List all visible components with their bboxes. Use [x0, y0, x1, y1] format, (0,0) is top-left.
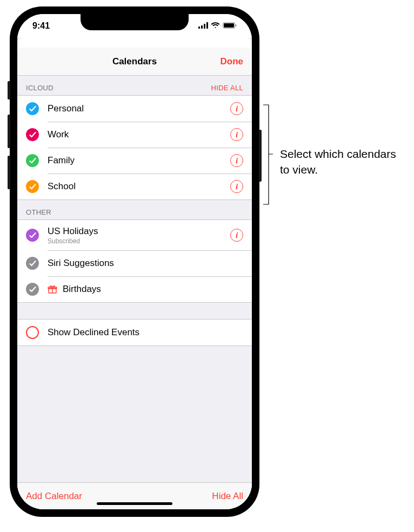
- callout-text: Select which calendars to view.: [280, 146, 404, 178]
- calendar-label: Family: [48, 155, 230, 166]
- calendar-row-personal[interactable]: Personal i: [17, 96, 252, 122]
- checkmark-icon: [26, 180, 39, 193]
- unchecked-circle-icon: [26, 326, 39, 339]
- section-title-icloud: ICLOUD: [26, 84, 54, 92]
- power-button: [259, 130, 262, 182]
- add-calendar-button[interactable]: Add Calendar: [26, 491, 82, 502]
- checkmark-icon: [26, 283, 39, 296]
- show-declined-row[interactable]: Show Declined Events: [17, 320, 252, 345]
- nav-header: Calendars Done: [17, 48, 252, 76]
- svg-rect-1: [201, 25, 203, 29]
- info-button[interactable]: i: [230, 229, 243, 242]
- scroll-area[interactable]: ICLOUD HIDE ALL Personal i: [17, 76, 252, 482]
- checkmark-icon: [26, 154, 39, 167]
- info-button[interactable]: i: [230, 102, 243, 115]
- declined-list: Show Declined Events: [17, 319, 252, 346]
- calendar-label: Birthdays: [63, 284, 243, 295]
- svg-rect-3: [206, 22, 208, 29]
- section-header-other: OTHER: [17, 200, 252, 220]
- calendar-row-holidays[interactable]: US Holidays Subscribed i: [17, 220, 252, 250]
- info-button[interactable]: i: [230, 180, 243, 193]
- section-header-icloud: ICLOUD HIDE ALL: [17, 76, 252, 95]
- calendar-row-birthdays[interactable]: Birthdays: [17, 276, 252, 302]
- checkmark-icon: [26, 102, 39, 115]
- toolbar: Add Calendar Hide All: [17, 482, 252, 509]
- calendar-label: US Holidays: [48, 226, 230, 237]
- status-time: 9:41: [32, 21, 50, 31]
- calendar-row-school[interactable]: School i: [17, 174, 252, 200]
- screen: 9:41 Calendars Done ICLO: [17, 14, 252, 509]
- section-title-other: OTHER: [26, 208, 51, 216]
- home-indicator[interactable]: [97, 502, 172, 505]
- callout-bracket: [262, 104, 274, 207]
- nav-title: Calendars: [112, 56, 157, 67]
- calendar-label: Siri Suggestions: [48, 258, 243, 269]
- checkmark-icon: [26, 229, 39, 242]
- gift-icon: [48, 284, 58, 294]
- done-button[interactable]: Done: [221, 56, 244, 67]
- calendar-row-family[interactable]: Family i: [17, 148, 252, 174]
- checkmark-icon: [26, 257, 39, 270]
- other-list: US Holidays Subscribed i Siri Suggestion…: [17, 220, 252, 303]
- battery-icon: [223, 21, 237, 31]
- svg-rect-5: [224, 23, 234, 28]
- hide-all-button[interactable]: Hide All: [212, 491, 243, 502]
- notch: [81, 14, 189, 30]
- silence-switch: [8, 81, 10, 99]
- info-button[interactable]: i: [230, 154, 243, 167]
- checkmark-icon: [26, 128, 39, 141]
- calendar-row-siri[interactable]: Siri Suggestions: [17, 250, 252, 276]
- calendar-label: School: [48, 181, 230, 192]
- svg-rect-0: [198, 26, 200, 29]
- hide-all-icloud-button[interactable]: HIDE ALL: [211, 84, 243, 92]
- cellular-icon: [198, 21, 208, 31]
- info-button[interactable]: i: [230, 128, 243, 141]
- svg-rect-2: [204, 24, 205, 29]
- svg-rect-6: [236, 24, 237, 26]
- calendar-label: Work: [48, 129, 230, 140]
- icloud-list: Personal i Work i Family: [17, 95, 252, 200]
- declined-label: Show Declined Events: [48, 327, 243, 338]
- calendar-row-work[interactable]: Work i: [17, 122, 252, 148]
- wifi-icon: [211, 21, 220, 31]
- volume-up-button: [8, 115, 10, 148]
- calendar-sublabel: Subscribed: [48, 237, 230, 245]
- volume-down-button: [8, 156, 10, 189]
- modal-sheet: Calendars Done ICLOUD HIDE ALL Personal …: [17, 48, 252, 509]
- calendar-label: Personal: [48, 103, 230, 114]
- phone-frame: 9:41 Calendars Done ICLO: [10, 6, 259, 517]
